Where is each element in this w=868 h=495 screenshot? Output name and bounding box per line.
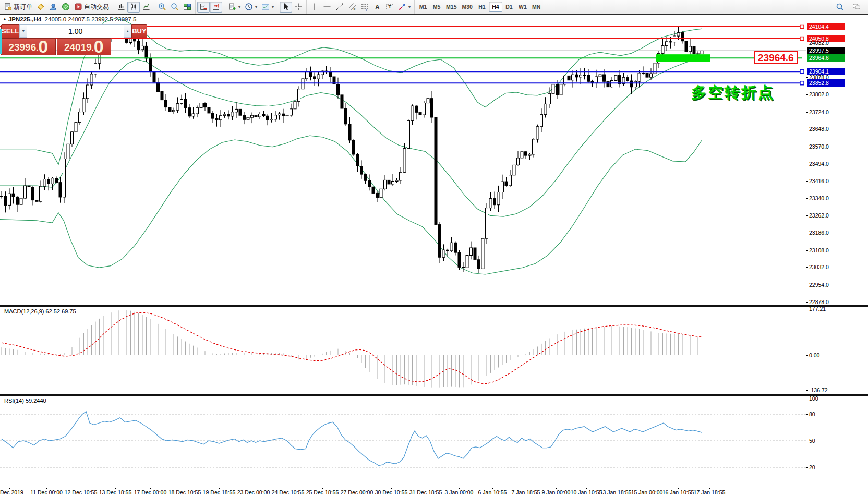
sell-price-display[interactable]: 23996 . 0 (1, 38, 56, 55)
timeframe-m5-button[interactable]: M5 (430, 2, 443, 12)
timeframe-m15-button[interactable]: M15 (443, 2, 459, 12)
toolbar-right (834, 2, 868, 13)
chat-button[interactable] (850, 2, 863, 13)
rsi-tick-label: 100 (809, 395, 818, 402)
chat-icon (852, 3, 861, 11)
zoom-in-button[interactable] (156, 2, 168, 13)
time-tick-label: 31 Dec 18:55 (409, 489, 442, 495)
objects-group: EFAT▾ (306, 0, 414, 14)
fibonacci-button[interactable]: F (358, 2, 371, 13)
profile-icon (49, 3, 57, 11)
cursor-button[interactable] (280, 2, 292, 13)
rsi-tick-label: 50 (809, 438, 815, 444)
time-tick-label: 25 Dec 18:55 (306, 489, 339, 495)
toolbar: 新订单自动交易▾▾▾EFAT▾M1M5M15M30H1H4D1W1MN (0, 0, 868, 14)
text-button[interactable]: A (371, 2, 383, 13)
zoom-out-button[interactable] (168, 2, 181, 13)
tile-windows-icon (183, 3, 191, 11)
volume-input[interactable] (27, 25, 124, 38)
timeframe-m1-button[interactable]: M1 (416, 2, 430, 12)
price-tick (806, 94, 808, 95)
rsi-tick-label: 20 (809, 464, 815, 470)
timeframe-d1-button[interactable]: D1 (502, 2, 516, 12)
candlestick-icon (129, 3, 138, 11)
price-tick (806, 250, 808, 251)
time-tick-label: 13 Jan 18:55 (600, 489, 632, 495)
price-tick-label: 23108.0 (809, 247, 829, 253)
timeframe-m30-button[interactable]: M30 (460, 2, 475, 12)
chart-ohlc: 24005.0 24007.5 23992.5 23997.5 (45, 16, 137, 22)
bar-chart-button[interactable] (115, 2, 127, 13)
search-button[interactable] (834, 2, 846, 13)
templates-button[interactable]: ▾ (259, 2, 276, 13)
macd-label: MACD(12,26,9) 62.52 69.75 (4, 308, 76, 315)
time-tick-label: 30 Dec 10:55 (375, 489, 407, 495)
macd-tick-label: -136.72 (809, 387, 828, 393)
chart-shift-button[interactable] (210, 2, 222, 13)
svg-text:T: T (389, 4, 392, 9)
candlestick-button[interactable] (127, 2, 140, 13)
time-tick-label: 11 Dec 00:00 (30, 489, 63, 495)
timeframe-h4-button[interactable]: H4 (489, 2, 502, 12)
price-tick-label: 23570.0 (809, 143, 829, 150)
price-level-tag[interactable]: 23964.6 (754, 51, 798, 64)
price-tick (806, 181, 808, 182)
periods-button[interactable]: ▾ (243, 2, 259, 13)
time-tick-label: 12 Dec 10:55 (65, 489, 97, 495)
profiles-button[interactable] (47, 2, 59, 13)
volume-increase-button[interactable]: ▴ (124, 25, 131, 38)
trendline-icon (335, 3, 344, 11)
new-order-button[interactable]: 新订单 (2, 2, 34, 13)
zoom-out-icon (171, 3, 179, 11)
rsi-tick-label: 80 (809, 411, 815, 417)
tile-windows-button[interactable] (181, 2, 194, 13)
price-tick (806, 164, 808, 164)
timeframe-w1-button[interactable]: W1 (516, 2, 529, 12)
new-chart-button[interactable]: ▾ (226, 2, 243, 13)
price-tick (806, 77, 808, 78)
time-tick-label: 19 Dec 18:55 (203, 489, 235, 495)
autotrading-button[interactable]: 自动交易 (72, 2, 111, 13)
trendline-button[interactable] (333, 2, 346, 13)
text-label-button[interactable]: T (383, 2, 396, 13)
buy-button[interactable]: BUY (131, 24, 147, 38)
macd-tick-label: 0.00 (809, 352, 819, 358)
price-tick-label: 23878.0 (809, 74, 829, 80)
line-chart-icon (142, 3, 150, 11)
auto-scroll-button[interactable] (197, 2, 210, 13)
channel-icon: E (348, 3, 356, 11)
horizontal-line-button[interactable] (321, 2, 333, 13)
svg-text:A: A (375, 4, 380, 11)
time-tick-label: 10 Jan 10:55 (571, 489, 602, 495)
macd-pane-chart[interactable] (0, 307, 806, 394)
signals-button[interactable] (59, 2, 72, 13)
price-tick-label: 23262.0 (809, 212, 829, 219)
timeframe-h1-button[interactable]: H1 (475, 2, 489, 12)
sell-button[interactable]: SELL (1, 24, 19, 38)
market-watch-button[interactable] (34, 2, 47, 13)
price-tick (806, 112, 808, 113)
text-icon: A (373, 3, 381, 11)
rsi-pane-chart[interactable] (0, 396, 806, 488)
price-axis-line (806, 15, 806, 495)
main-chart-area[interactable] (0, 15, 806, 305)
price-tick-label: 23186.0 (809, 230, 829, 236)
macd-tick-label: 177.21 (809, 306, 826, 312)
price-tick-label: 23802.0 (809, 91, 829, 98)
channel-button[interactable]: E (346, 2, 358, 13)
orders-group: 新订单自动交易 (0, 0, 113, 14)
panel-collapse-handle[interactable] (0, 29, 2, 54)
price-line-label: 23997.5 (807, 47, 845, 54)
timeframe-mn-button[interactable]: MN (529, 2, 543, 12)
vertical-line-button[interactable] (308, 2, 321, 13)
arrows-button[interactable]: ▾ (396, 2, 413, 13)
time-axis[interactable]: 9 Dec 201911 Dec 00:0012 Dec 10:5513 Dec… (0, 488, 868, 495)
time-tick-label: 23 Dec 00:00 (237, 489, 270, 495)
crosshair-button[interactable] (292, 2, 305, 13)
volume-decrease-button[interactable]: ▾ (19, 25, 27, 38)
chevron-down-icon: ▾ (408, 5, 411, 9)
line-chart-button[interactable] (140, 2, 152, 13)
annotation-text[interactable]: 多空转折点 (691, 82, 775, 103)
time-tick-label: 16 Jan 10:55 (662, 489, 694, 495)
buy-price-display[interactable]: 24019 . 0 (57, 38, 112, 55)
